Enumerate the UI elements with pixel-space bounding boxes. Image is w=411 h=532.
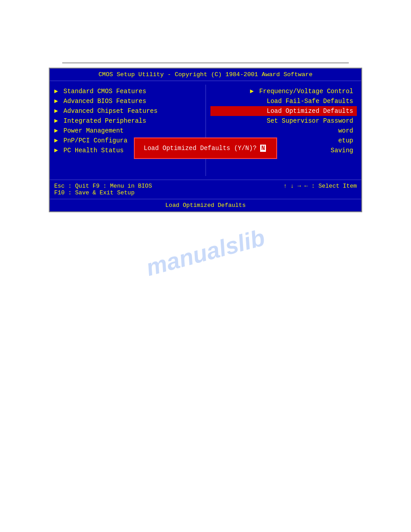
menu-item-freq-voltage[interactable]: ► Frequency/Voltage Control [210, 86, 357, 96]
menu-item-saving[interactable]: Saving [210, 146, 357, 155]
menu-item-power-management[interactable]: ► Power Management [54, 126, 201, 136]
menu-item-load-failsafe[interactable]: Load Fail-Safe Defaults [210, 96, 357, 106]
menu-item-label: Saving [331, 147, 353, 154]
bios-status-bar: Load Optimized Defaults [50, 199, 361, 211]
menu-item-pnp-pci[interactable]: ► PnP/PCI Configura [54, 136, 201, 146]
bios-main-area: ► Standard CMOS Features ► Advanced BIOS… [50, 81, 361, 180]
menu-item-load-optimized[interactable]: Load Optimized Defaults [210, 106, 357, 116]
menu-item-pc-health[interactable]: ► PC Health Status [54, 146, 201, 155]
bios-right-column: ► Frequency/Voltage Control Load Fail-Sa… [206, 85, 362, 176]
menu-item-label: etup [338, 137, 353, 144]
menu-item-standard-cmos[interactable]: ► Standard CMOS Features [54, 86, 201, 96]
menu-item-label: Integrated Peripherals [64, 117, 146, 124]
bios-left-column: ► Standard CMOS Features ► Advanced BIOS… [50, 85, 206, 176]
menu-item-integrated-peripherals[interactable]: ► Integrated Peripherals [54, 116, 201, 126]
menu-item-label: Load Optimized Defaults [267, 107, 353, 115]
watermark: manualslib [143, 224, 268, 281]
bios-screen: CMOS Setup Utility - Copyright (C) 1984-… [49, 68, 362, 212]
bios-footer: Esc : Quit F9 : Menu in BIOS ↑ ↓ → ← : S… [50, 180, 361, 199]
menu-item-etup[interactable]: etup [210, 136, 357, 146]
arrow-icon: ► [54, 147, 58, 154]
status-bar-text: Load Optimized Defaults [165, 202, 245, 209]
footer-quit-info: Esc : Quit F9 : Menu in BIOS [54, 183, 152, 189]
bios-footer-line1: Esc : Quit F9 : Menu in BIOS ↑ ↓ → ← : S… [54, 183, 357, 189]
menu-item-label: Standard CMOS Features [64, 88, 146, 95]
arrow-icon: ► [54, 137, 58, 144]
top-divider [62, 63, 349, 63]
arrow-icon: ► [54, 117, 58, 124]
menu-item-label: Advanced BIOS Features [64, 98, 146, 105]
menu-item-label: Frequency/Voltage Control [259, 88, 353, 95]
menu-item-label: Load Fail-Safe Defaults [267, 98, 353, 105]
menu-item-label: PC Health Status [64, 147, 124, 154]
menu-item-set-supervisor-pwd[interactable]: Set Supervisor Password [210, 116, 357, 126]
arrow-icon: ► [250, 88, 253, 95]
menu-item-label: Advanced Chipset Features [64, 107, 158, 115]
menu-item-word[interactable]: word [210, 126, 357, 136]
footer-save-exit: F10 : Save & Exit Setup [54, 189, 134, 196]
bios-title-text: CMOS Setup Utility - Copyright (C) 1984-… [98, 71, 313, 78]
page: CMOS Setup Utility - Copyright (C) 1984-… [0, 0, 411, 532]
bios-title: CMOS Setup Utility - Copyright (C) 1984-… [50, 69, 361, 81]
menu-item-label: word [338, 127, 353, 134]
watermark-text: manualslib [143, 224, 267, 281]
menu-item-label: Set Supervisor Password [267, 117, 353, 124]
menu-item-advanced-bios[interactable]: ► Advanced BIOS Features [54, 96, 201, 106]
menu-item-advanced-chipset[interactable]: ► Advanced Chipset Features [54, 106, 201, 116]
menu-item-label: Power Management [64, 127, 124, 134]
bios-footer-line2: F10 : Save & Exit Setup [54, 189, 357, 196]
arrow-icon: ► [54, 88, 58, 95]
menu-item-label: PnP/PCI Configura [64, 137, 128, 144]
arrow-icon: ► [54, 127, 58, 134]
arrow-icon: ► [54, 98, 58, 105]
footer-nav-info: ↑ ↓ → ← : Select Item [283, 183, 357, 189]
arrow-icon: ► [54, 107, 58, 115]
